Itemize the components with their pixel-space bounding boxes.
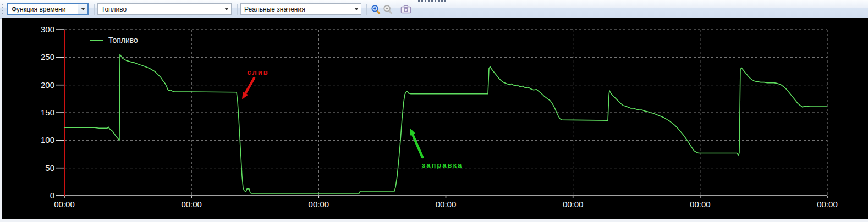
toolbar-separator bbox=[366, 4, 367, 15]
combobox-value: Функция времени bbox=[8, 5, 78, 13]
y-axis-tick-label: 300 bbox=[2, 25, 54, 35]
combobox-dropdown-button[interactable] bbox=[78, 4, 87, 14]
chevron-down-icon bbox=[224, 8, 229, 10]
zoom-in-button[interactable] bbox=[370, 3, 382, 15]
toolbar-separator bbox=[397, 4, 397, 15]
y-axis-tick-label: 50 bbox=[2, 163, 54, 173]
chevron-down-icon bbox=[354, 8, 359, 10]
values-mode-combobox[interactable]: Реальные значения bbox=[240, 3, 361, 15]
parameter-combobox[interactable]: Топливо bbox=[97, 3, 232, 15]
toolbar-separator bbox=[94, 4, 95, 15]
x-axis-tick-label: 00:00 bbox=[295, 199, 342, 209]
camera-icon bbox=[400, 5, 411, 14]
plot-area[interactable] bbox=[2, 18, 868, 219]
chart-legend: Топливо bbox=[90, 36, 138, 45]
annotation-drain-label: слив bbox=[247, 68, 268, 76]
combobox-dropdown-button[interactable] bbox=[351, 4, 361, 14]
y-axis-tick-label: 250 bbox=[2, 52, 54, 62]
y-axis-tick-label: 150 bbox=[2, 108, 54, 118]
zoom-out-button[interactable] bbox=[382, 3, 394, 15]
toolbar: Функция времени Топливо Реальные значени… bbox=[0, 0, 868, 19]
magnifier-minus-icon bbox=[383, 4, 393, 14]
chevron-down-icon bbox=[81, 8, 85, 10]
x-axis-tick-label: 00:00 bbox=[168, 199, 215, 209]
combobox-value: Реальные значения bbox=[241, 5, 351, 13]
annotation-refuel-label: заправка bbox=[422, 161, 463, 169]
time-function-combobox[interactable]: Функция времени bbox=[7, 3, 89, 15]
fuel-chart-panel[interactable]: Топливо слив заправка 300250200150100500… bbox=[2, 18, 868, 219]
x-axis-tick-label: 00:00 bbox=[550, 199, 596, 209]
legend-series-label: Топливо bbox=[108, 36, 138, 45]
x-axis-tick-label: 00:00 bbox=[677, 199, 723, 209]
magnifier-plus-icon bbox=[371, 4, 381, 14]
legend-line-sample bbox=[90, 40, 103, 41]
combobox-value: Топливо bbox=[98, 5, 222, 13]
panel-bottom-edge bbox=[0, 219, 868, 222]
toolbar-separator bbox=[237, 4, 238, 15]
y-axis-tick-label: 100 bbox=[2, 135, 54, 145]
combobox-dropdown-button[interactable] bbox=[222, 4, 231, 14]
x-axis-tick-label: 00:00 bbox=[804, 199, 850, 209]
y-axis-tick-label: 200 bbox=[2, 80, 54, 90]
x-axis-tick-label: 00:00 bbox=[41, 199, 87, 209]
toolbar-grip[interactable] bbox=[2, 4, 4, 14]
snapshot-button[interactable] bbox=[400, 3, 412, 15]
x-axis-tick-label: 00:00 bbox=[423, 199, 469, 209]
splitter-grip[interactable] bbox=[418, 0, 447, 3]
